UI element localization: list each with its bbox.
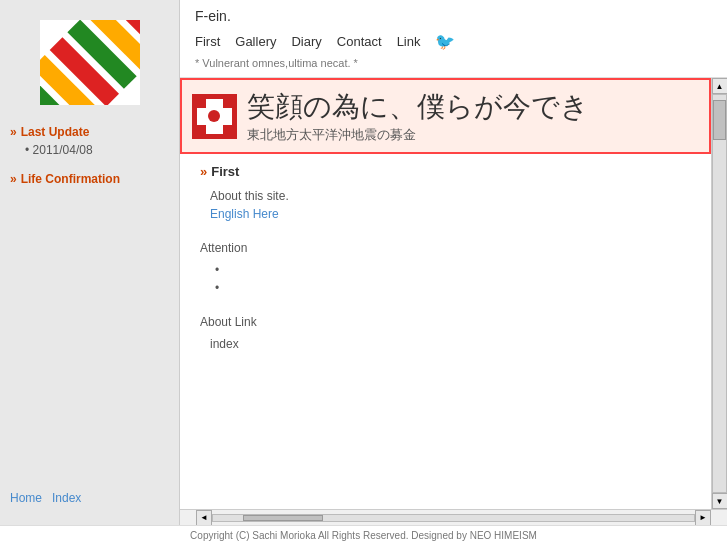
first-section-header: First [200,164,691,179]
home-link[interactable]: Home [10,491,42,505]
content-area: F-ein. First Gallery Diary Contact Link … [180,0,727,525]
scroll-up-button[interactable]: ▲ [712,78,728,94]
life-confirmation-label: Life Confirmation [21,172,120,186]
banner-content: 笑顔の為に、僕らが今でき 東北地方太平洋沖地震の募金 [247,88,589,144]
sidebar-nav: Home Index [0,481,179,515]
content-nav: First Gallery Diary Contact Link 🐦 [195,29,712,54]
nav-first[interactable]: First [195,34,220,49]
svg-point-10 [208,110,220,122]
content-header: F-ein. First Gallery Diary Contact Link … [180,0,727,78]
english-here-link[interactable]: English Here [200,207,691,221]
footer-text: Copyright (C) Sachi Morioka All Rights R… [190,530,537,541]
twitter-icon: 🐦 [435,32,455,51]
donation-banner[interactable]: 笑顔の為に、僕らが今でき 東北地方太平洋沖地震の募金 [180,78,711,154]
about-text: About this site. [200,189,691,203]
scroll-down-button[interactable]: ▼ [712,493,728,509]
scroll-track[interactable] [712,94,727,493]
scroll-wrapper: 笑顔の為に、僕らが今でき 東北地方太平洋沖地震の募金 First About t… [180,78,727,509]
content-inner[interactable]: 笑顔の為に、僕らが今でき 東北地方太平洋沖地震の募金 First About t… [180,78,711,509]
nav-contact[interactable]: Contact [337,34,382,49]
last-update-date: 2011/04/08 [10,143,169,157]
nav-link[interactable]: Link [397,34,421,49]
about-link-title: About Link [200,315,691,329]
scroll-left-button[interactable]: ◄ [196,510,212,526]
attention-section: Attention [200,241,691,295]
attention-title: Attention [200,241,691,255]
about-link-section: About Link index [200,315,691,351]
site-title: F-ein. [195,8,712,24]
index-link[interactable]: Index [52,491,81,505]
banner-main-text: 笑顔の為に、僕らが今でき [247,88,589,126]
sidebar: Last Update 2011/04/08 Life Confirmation… [0,0,180,525]
life-confirmation-section: Life Confirmation [0,167,179,191]
banner-sub-text: 東北地方太平洋沖地震の募金 [247,126,589,144]
attention-item-1 [200,263,691,277]
last-update-section: Last Update 2011/04/08 [0,120,179,162]
scroll-right-button[interactable]: ► [695,510,711,526]
horizontal-scrollbar[interactable]: ◄ ► [180,509,727,525]
nav-gallery[interactable]: Gallery [235,34,276,49]
footer: Copyright (C) Sachi Morioka All Rights R… [0,525,727,545]
page-content: First About this site. English Here Atte… [180,154,711,371]
attention-item-2 [200,281,691,295]
red-cross-icon [192,94,237,139]
site-logo [40,20,140,105]
h-scroll-thumb[interactable] [243,515,323,521]
tagline: * Vulnerant omnes,ultima necat. * [195,54,712,72]
nav-diary[interactable]: Diary [291,34,321,49]
h-scroll-track[interactable] [212,514,695,522]
scroll-thumb[interactable] [713,100,726,140]
vertical-scrollbar[interactable]: ▲ ▼ [711,78,727,509]
index-label: index [200,337,691,351]
last-update-title: Last Update [10,125,169,139]
